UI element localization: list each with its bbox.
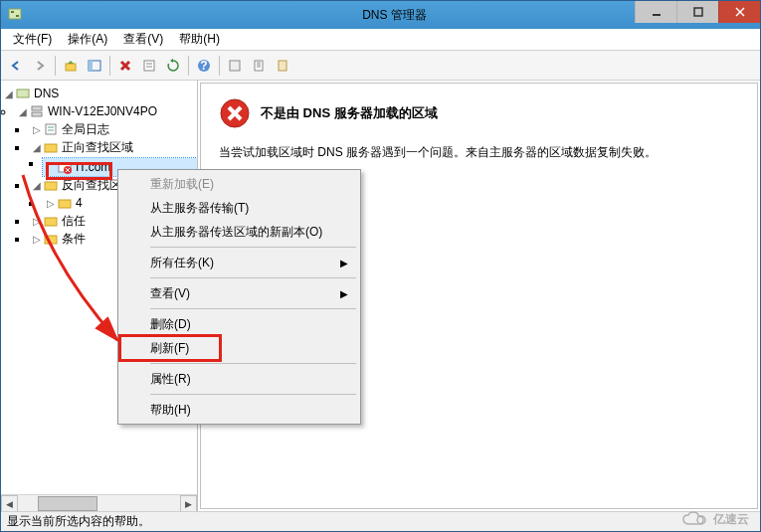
twisty-icon[interactable]: ◢	[17, 106, 29, 117]
tree-label: 4	[76, 196, 83, 210]
zone-error-icon	[57, 159, 73, 175]
twisty-icon[interactable]: ▷	[31, 124, 43, 135]
twisty-icon[interactable]: ◢	[31, 142, 43, 153]
twisty-icon[interactable]: ▷	[45, 198, 57, 209]
scroll-left-button[interactable]: ◀	[1, 495, 18, 511]
titlebar[interactable]: DNS 管理器	[1, 1, 760, 29]
cm-help[interactable]: 帮助(H)	[120, 398, 358, 422]
toolbar-separator	[109, 56, 110, 76]
cm-transfer-from-master[interactable]: 从主服务器传输(T)	[120, 196, 358, 220]
tree-label: 条件	[62, 231, 86, 248]
tree-node-forward-zones[interactable]: ◢正向查找区域	[29, 138, 197, 156]
cm-all-tasks[interactable]: 所有任务(K)▶	[120, 251, 358, 274]
app-window: DNS 管理器 文件(F) 操作(A) 查看(V) 帮助(H) ?	[0, 0, 761, 532]
svg-rect-17	[230, 61, 240, 71]
scroll-thumb[interactable]	[38, 496, 97, 511]
cm-separator	[150, 277, 356, 278]
scroll-right-button[interactable]: ▶	[180, 495, 197, 511]
tree-label: WIN-V12EJ0NV4PO	[48, 104, 157, 118]
toolbar: ?	[1, 51, 760, 81]
svg-rect-0	[9, 9, 21, 19]
tree-node-dns[interactable]: ◢ DNS	[1, 85, 197, 102]
svg-rect-25	[32, 112, 42, 116]
svg-rect-36	[45, 218, 57, 226]
cm-view[interactable]: 查看(V)▶	[120, 281, 358, 305]
back-button[interactable]	[5, 55, 27, 77]
minimize-button[interactable]	[635, 1, 676, 23]
statusbar: 显示当前所选内容的帮助。	[1, 511, 760, 531]
cm-reload: 重新加载(E)	[120, 172, 358, 196]
cm-label: 所有任务(K)	[150, 255, 214, 271]
svg-rect-29	[45, 144, 57, 152]
twisty-icon[interactable]: ▷	[31, 234, 43, 245]
twisty-icon[interactable]: ◢	[31, 180, 43, 191]
svg-text:?: ?	[200, 59, 207, 73]
cm-label: 刷新(F)	[150, 340, 189, 357]
show-hide-tree-button[interactable]	[84, 55, 105, 77]
delete-button[interactable]	[114, 55, 136, 77]
svg-rect-22	[279, 61, 286, 71]
maximize-button[interactable]	[676, 1, 718, 23]
context-menu: 重新加载(E) 从主服务器传输(T) 从主服务器传送区域的新副本(O) 所有任务…	[117, 169, 361, 425]
properties-button[interactable]	[138, 55, 160, 77]
tool-button-1[interactable]	[224, 55, 246, 77]
svg-rect-9	[89, 61, 93, 71]
svg-rect-1	[11, 11, 14, 13]
cloud-icon	[681, 510, 709, 528]
folder-icon	[43, 139, 59, 155]
cm-label: 重新加载(E)	[150, 176, 214, 193]
svg-rect-26	[46, 124, 56, 134]
folder-icon	[43, 213, 59, 229]
twisty-icon[interactable]: ▷	[31, 216, 43, 227]
window-buttons	[635, 1, 760, 23]
tree-label: IT.com	[76, 160, 110, 174]
tree-label: 正向查找区域	[62, 139, 133, 156]
menu-action[interactable]: 操作(A)	[60, 29, 115, 50]
tool-button-3[interactable]	[272, 55, 293, 77]
menu-file[interactable]: 文件(F)	[5, 29, 60, 50]
menu-view[interactable]: 查看(V)	[115, 29, 171, 50]
svg-rect-24	[32, 106, 42, 110]
error-title: 不是由 DNS 服务器加载的区域	[261, 104, 438, 122]
tool-button-2[interactable]	[248, 55, 270, 77]
toolbar-separator	[55, 56, 56, 76]
watermark-text: 亿速云	[713, 511, 749, 528]
menu-help[interactable]: 帮助(H)	[171, 29, 228, 50]
cm-label: 从主服务器传输(T)	[150, 200, 249, 217]
logs-icon	[43, 121, 59, 137]
cm-label: 属性(R)	[150, 371, 191, 388]
close-button[interactable]	[718, 1, 760, 23]
error-line: 当尝试加载区域时 DNS 服务器遇到一个问题。来自主服务器的区域数据复制失败。	[219, 143, 739, 162]
cm-separator	[150, 363, 356, 364]
tree-label: 信任	[62, 213, 86, 230]
tree-label: 全局日志	[62, 121, 109, 138]
server-icon	[29, 103, 45, 119]
menubar: 文件(F) 操作(A) 查看(V) 帮助(H)	[1, 29, 760, 51]
svg-rect-2	[16, 15, 19, 17]
error-header: 不是由 DNS 服务器加载的区域	[219, 97, 739, 129]
tree-node-server[interactable]: ◢ WIN-V12EJ0NV4PO	[15, 102, 197, 120]
cm-new-copy-from-master[interactable]: 从主服务器传送区域的新副本(O)	[120, 220, 358, 244]
twisty-icon[interactable]: ◢	[3, 89, 15, 99]
cm-properties[interactable]: 属性(R)	[120, 367, 358, 391]
status-text: 显示当前所选内容的帮助。	[7, 513, 150, 530]
svg-rect-12	[144, 61, 154, 71]
forward-button[interactable]	[29, 55, 51, 77]
cm-delete[interactable]: 删除(D)	[120, 312, 358, 336]
tree-node-global-logs[interactable]: ▷全局日志	[29, 120, 197, 138]
folder-icon	[57, 195, 73, 211]
cm-label: 删除(D)	[150, 316, 191, 333]
cm-label: 帮助(H)	[150, 402, 191, 419]
horizontal-scrollbar[interactable]: ◀ ▶	[1, 494, 197, 511]
cm-refresh[interactable]: 刷新(F)	[120, 336, 358, 360]
cm-label: 查看(V)	[150, 285, 190, 302]
app-icon	[7, 7, 23, 23]
up-button[interactable]	[60, 55, 82, 77]
watermark: 亿速云	[681, 510, 749, 528]
svg-rect-4	[694, 8, 702, 16]
submenu-arrow-icon: ▶	[340, 288, 348, 299]
cm-label: 从主服务器传送区域的新副本(O)	[150, 224, 322, 241]
body: ◢ DNS ◢ WIN-V12EJ0NV4PO ▷全局日志	[1, 81, 760, 511]
help-button[interactable]: ?	[193, 55, 215, 77]
refresh-button[interactable]	[162, 55, 184, 77]
